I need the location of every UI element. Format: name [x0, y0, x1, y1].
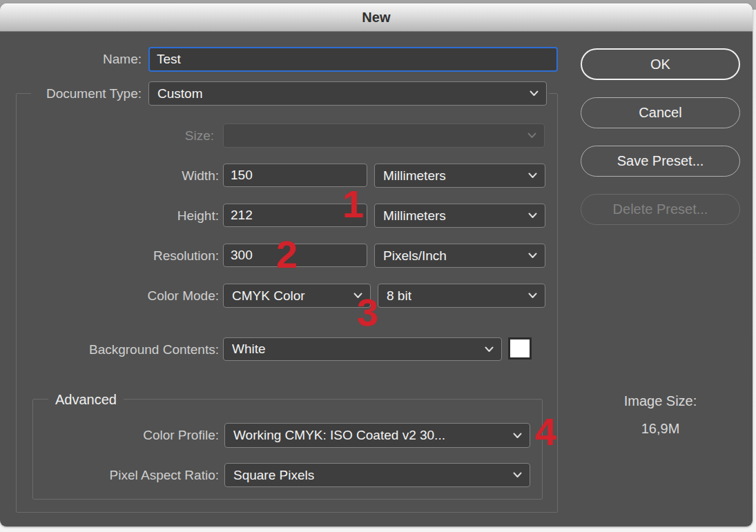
image-size-value: 16,9M	[581, 418, 740, 439]
color-mode-dropdown[interactable]: CMYK Color	[223, 284, 371, 308]
color-profile-dropdown[interactable]: Working CMYK: ISO Coated v2 30...	[224, 423, 530, 448]
save-preset-button[interactable]: Save Preset...	[581, 146, 740, 177]
document-type-dropdown[interactable]: Custom	[148, 81, 547, 106]
height-label: Height:	[108, 204, 219, 228]
annotation-marker-1: 1	[342, 185, 364, 224]
image-size-label: Image Size:	[581, 391, 740, 411]
pixel-aspect-ratio-label: Pixel Aspect Ratio:	[67, 463, 219, 487]
chevron-down-icon	[530, 90, 539, 97]
resolution-unit-value: Pixels/Inch	[383, 248, 447, 264]
annotation-marker-3: 3	[357, 293, 378, 332]
dialog-title: New	[362, 10, 391, 26]
chevron-down-icon	[485, 346, 494, 353]
background-contents-dropdown[interactable]: White	[223, 337, 502, 361]
background-contents-value: White	[232, 342, 266, 357]
chevron-down-icon	[528, 213, 537, 219]
advanced-legend: Advanced	[48, 390, 124, 409]
height-unit-value: Millimeters	[383, 208, 446, 224]
ok-button[interactable]: OK	[581, 48, 740, 80]
bit-depth-dropdown[interactable]: 8 bit	[378, 284, 545, 308]
color-profile-label: Color Profile:	[81, 423, 219, 448]
width-label: Width:	[108, 164, 219, 188]
color-mode-value: CMYK Color	[232, 288, 305, 304]
chevron-down-icon	[528, 253, 537, 259]
pixel-aspect-ratio-dropdown[interactable]: Square Pixels	[224, 463, 530, 487]
size-label: Size:	[104, 124, 214, 148]
document-type-value: Custom	[157, 86, 202, 101]
new-document-dialog: New Name: Document Type: Custom Size: Wi…	[0, 3, 753, 526]
chevron-down-icon	[528, 293, 537, 299]
delete-preset-button: Delete Preset...	[581, 194, 740, 225]
chevron-down-icon	[513, 433, 522, 439]
bit-depth-value: 8 bit	[387, 288, 411, 304]
color-mode-label: Color Mode:	[108, 284, 219, 308]
width-unit-value: Millimeters	[383, 168, 446, 184]
background-contents-label: Background Contents:	[39, 337, 219, 362]
size-dropdown	[223, 124, 545, 148]
pixel-aspect-ratio-value: Square Pixels	[233, 468, 314, 483]
background-color-swatch[interactable]	[508, 337, 532, 359]
cancel-button[interactable]: Cancel	[581, 97, 740, 128]
height-unit-dropdown[interactable]: Millimeters	[374, 204, 545, 228]
resolution-label: Resolution:	[108, 244, 219, 268]
dialog-titlebar[interactable]: New	[0, 3, 753, 32]
color-profile-value: Working CMYK: ISO Coated v2 30...	[233, 428, 445, 443]
resolution-unit-dropdown[interactable]: Pixels/Inch	[374, 244, 545, 268]
chevron-down-icon	[513, 472, 522, 478]
width-unit-dropdown[interactable]: Millimeters	[374, 164, 545, 188]
name-input[interactable]	[148, 47, 558, 72]
annotation-marker-2: 2	[276, 235, 298, 274]
document-type-label: Document Type:	[14, 81, 142, 106]
chevron-down-icon	[528, 173, 537, 179]
annotation-marker-4: 4	[535, 413, 556, 451]
name-label: Name:	[14, 47, 142, 71]
chevron-down-icon	[527, 132, 536, 139]
